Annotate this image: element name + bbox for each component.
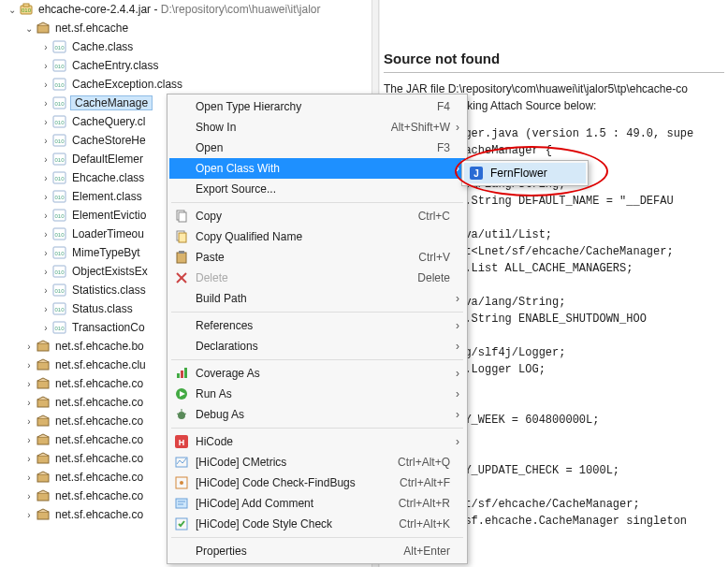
expand-icon[interactable]: › <box>22 471 36 484</box>
menu-item-hicode-cmetrics[interactable]: [HiCode] CMetricsCtrl+Alt+Q <box>169 452 465 472</box>
menu-item-copy-qualified-name[interactable]: Copy Qualified Name <box>169 226 465 247</box>
package-label: net.sf.ehcache.co <box>53 489 143 502</box>
svg-rect-3 <box>37 25 49 33</box>
svg-text:010: 010 <box>54 101 65 107</box>
package-label: net.sf.ehcache.co <box>53 452 143 465</box>
expand-icon[interactable]: › <box>39 40 52 53</box>
context-menu[interactable]: Open Type HierarchyF4Show InAlt+Shift+W›… <box>167 94 468 564</box>
fernflower-item[interactable]: J FernFlower <box>464 163 586 183</box>
package-icon <box>36 507 51 522</box>
class-file-icon: 010 <box>52 283 67 298</box>
svg-rect-39 <box>37 400 49 407</box>
expand-icon[interactable]: › <box>39 153 52 166</box>
menu-item-hicode-code-check-findbugs[interactable]: [HiCode] Code Check-FindBugsCtrl+Alt+F <box>169 472 465 493</box>
menu-item-show-in[interactable]: Show InAlt+Shift+W› <box>169 117 465 138</box>
menu-item-hicode[interactable]: HHiCode› <box>169 431 465 452</box>
menu-item-properties[interactable]: PropertiesAlt+Enter <box>169 541 465 561</box>
menu-item-shortcut: F3 <box>430 141 450 154</box>
expand-icon[interactable]: › <box>39 246 52 259</box>
svg-text:010: 010 <box>54 138 65 144</box>
menu-item-paste[interactable]: PasteCtrl+V <box>169 247 465 268</box>
menu-item-hicode-add-comment[interactable]: [HiCode] Add CommentCtrl+Alt+R <box>169 493 465 514</box>
package-icon <box>36 488 51 503</box>
expand-icon[interactable]: › <box>22 358 36 371</box>
expand-icon[interactable]: › <box>39 78 52 91</box>
menu-item-declarations[interactable]: Declarations› <box>169 336 465 356</box>
menu-item-run-as[interactable]: Run As› <box>169 384 465 404</box>
open-class-with-submenu[interactable]: J FernFlower <box>461 160 589 186</box>
jar-path: D:\repository\com\huawei\it\jalor <box>161 3 321 16</box>
expand-icon[interactable]: › <box>39 115 52 128</box>
package-label: net.sf.ehcache.clu <box>53 358 146 371</box>
menu-item-shortcut: Alt+Shift+W <box>384 121 450 134</box>
expand-icon[interactable]: › <box>39 284 52 297</box>
fernflower-icon: J <box>466 166 487 181</box>
expand-icon[interactable]: › <box>22 396 36 409</box>
svg-text:010: 010 <box>54 307 65 313</box>
menu-item-hicode-code-style-check[interactable]: [HiCode] Code Style CheckCtrl+Alt+K <box>169 514 465 534</box>
menu-item-shortcut: Ctrl+Alt+Q <box>390 456 450 469</box>
expand-icon[interactable]: › <box>22 508 36 521</box>
expand-icon[interactable]: › <box>22 414 36 428</box>
menu-item-build-path[interactable]: Build Path› <box>169 288 465 309</box>
svg-rect-41 <box>37 437 49 444</box>
menu-item-label: Export Source... <box>192 182 443 196</box>
menu-item-debug-as[interactable]: Debug As› <box>169 404 465 425</box>
menu-item-label: [HiCode] Code Check-FindBugs <box>192 476 392 489</box>
package-label: net.sf.ehcache.bo <box>53 340 144 353</box>
svg-text:010: 010 <box>54 213 65 219</box>
expand-icon[interactable]: › <box>39 209 52 222</box>
collapse-icon[interactable]: ⌄ <box>22 22 36 35</box>
expand-icon[interactable]: › <box>39 227 52 240</box>
menu-item-label: Open <box>192 141 430 154</box>
menu-item-shortcut: Delete <box>410 271 450 284</box>
class-file-node[interactable]: ›010CacheEntry.class <box>2 56 371 75</box>
expand-icon[interactable]: › <box>39 59 52 72</box>
class-file-icon: 010 <box>52 114 67 129</box>
expand-icon[interactable]: › <box>39 321 52 334</box>
menu-item-open[interactable]: OpenF3 <box>169 138 465 158</box>
class-file-icon: 010 <box>52 170 67 185</box>
menu-item-open-class-with[interactable]: Open Class With› <box>169 158 465 179</box>
expand-icon[interactable]: › <box>22 433 36 446</box>
jar-node[interactable]: ⌄ 010 ehcache-core-2.4.4.jar - D:\reposi… <box>2 0 371 19</box>
menu-item-shortcut: Ctrl+C <box>411 210 450 223</box>
expand-icon[interactable]: › <box>22 489 36 502</box>
collapse-icon[interactable]: ⌄ <box>6 3 19 16</box>
menu-item-open-type-hierarchy[interactable]: Open Type HierarchyF4 <box>169 96 465 117</box>
menu-item-shortcut: Alt+Enter <box>396 545 450 558</box>
class-file-node[interactable]: ›010Cache.class <box>2 37 371 56</box>
submenu-arrow-icon: › <box>450 408 459 421</box>
menu-item-icon <box>171 386 192 401</box>
menu-item-label: Delete <box>192 271 410 284</box>
menu-item-delete: DeleteDelete <box>169 268 465 288</box>
menu-item-label: Paste <box>192 251 411 264</box>
menu-item-label: References <box>192 319 443 332</box>
class-file-label: CacheEntry.class <box>70 59 158 72</box>
expand-icon[interactable]: › <box>39 265 52 278</box>
menu-separator <box>171 428 463 429</box>
svg-rect-51 <box>179 251 184 254</box>
expand-icon[interactable]: › <box>22 452 36 465</box>
expand-icon[interactable]: › <box>39 302 52 315</box>
menu-item-icon <box>171 229 192 244</box>
package-icon <box>36 357 51 372</box>
expand-icon[interactable]: › <box>39 171 52 184</box>
expand-icon[interactable]: › <box>22 340 36 353</box>
expand-icon[interactable]: › <box>39 134 52 147</box>
package-node[interactable]: ⌄ net.sf.ehcache <box>2 19 371 37</box>
menu-item-coverage-as[interactable]: Coverage As› <box>169 363 465 384</box>
class-file-node[interactable]: ›010CacheException.class <box>2 75 371 94</box>
svg-text:010: 010 <box>54 64 65 69</box>
submenu-arrow-icon: › <box>450 162 459 175</box>
svg-rect-54 <box>177 373 180 378</box>
menu-item-shortcut: Ctrl+Alt+K <box>391 517 450 531</box>
menu-item-references[interactable]: References› <box>169 315 465 336</box>
menu-item-export-source[interactable]: Export Source... <box>169 179 465 199</box>
expand-icon[interactable]: › <box>39 190 52 203</box>
class-file-icon: 010 <box>52 226 67 241</box>
expand-icon[interactable]: › <box>39 96 52 109</box>
menu-item-copy[interactable]: CopyCtrl+C <box>169 206 465 226</box>
menu-item-label: HiCode <box>192 435 443 448</box>
expand-icon[interactable]: › <box>22 377 36 390</box>
